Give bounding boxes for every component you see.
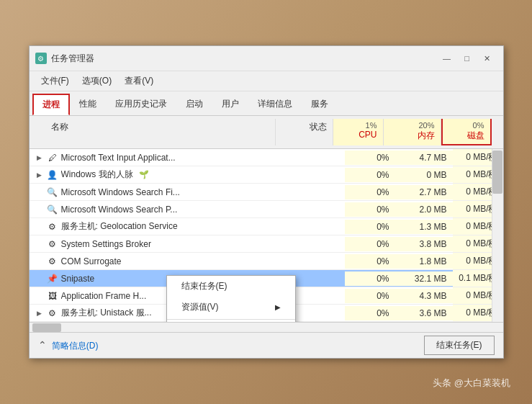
tab-startup[interactable]: 启动: [176, 94, 212, 115]
menu-bar: 文件(F) 选项(O) 查看(V): [30, 71, 503, 91]
menu-file[interactable]: 文件(F): [35, 73, 75, 89]
process-cpu: 0%: [345, 168, 395, 182]
process-name: ▶ 🔍 Microsoft Windows Search P...: [30, 202, 287, 217]
status-left: ⌃ 简略信息(D): [38, 339, 99, 352]
table-row[interactable]: ▶ 🔍 Microsoft Windows Search Fi... 0% 2.…: [30, 184, 503, 201]
process-cpu: 0%: [345, 306, 395, 320]
process-icon: ⚙: [47, 238, 58, 250]
process-cpu: 0%: [345, 202, 395, 217]
process-cpu: 0%: [345, 185, 395, 199]
ctx-create-dump[interactable]: 创建转储文件(C): [167, 321, 295, 322]
process-icon: 🖼: [47, 290, 58, 302]
process-cpu: 0%: [345, 220, 395, 234]
process-name: ▶ ⚙ COM Surrogate: [30, 253, 287, 269]
maximize-button[interactable]: □: [457, 50, 477, 66]
table-row[interactable]: ▶ ⚙ COM Surrogate 0% 1.8 MB 0 MB/秒: [30, 253, 503, 270]
brief-info-link[interactable]: 简略信息(D): [52, 341, 99, 351]
col-disk[interactable]: 0% 磁盘: [441, 119, 492, 145]
expand-icon[interactable]: ▶: [35, 153, 44, 162]
table-row[interactable]: ▶ 🔍 Microsoft Windows Search P... 0% 2.0…: [30, 201, 503, 218]
process-mem: 3.6 MB: [395, 306, 453, 320]
tab-services[interactable]: 服务: [302, 94, 338, 115]
process-icon: 👤: [47, 169, 58, 181]
task-manager-window: ⚙ 任务管理器 — □ ✕ 文件(F) 选项(O) 查看(V) 进程 性能 应用…: [29, 45, 504, 359]
expand-icon[interactable]: ▶: [35, 171, 44, 179]
end-task-button[interactable]: 结束任务(E): [424, 336, 495, 355]
process-cpu: 0%: [345, 254, 395, 269]
process-list: ▶ 🖊 Microsoft Text Input Applicat... 0% …: [30, 149, 503, 322]
tab-processes[interactable]: 进程: [32, 94, 70, 115]
process-icon: 🖊: [47, 152, 58, 163]
col-status[interactable]: 状态: [276, 119, 333, 145]
window-title: 任务管理器: [51, 53, 94, 65]
app-icon: ⚙: [35, 53, 47, 64]
leaf-icon: 🌱: [139, 170, 149, 179]
col-name[interactable]: 名称: [30, 119, 276, 145]
h-scrollbar-thumb[interactable]: [32, 323, 61, 332]
content-area: 名称 状态 1% CPU 20% 内存 0% 磁盘 ▶ 🖊 Micr: [30, 116, 503, 332]
chevron-up-icon: ⌃: [38, 339, 47, 351]
process-mem: 3.8 MB: [395, 237, 453, 251]
process-status: [287, 242, 345, 246]
horizontal-scrollbar[interactable]: [30, 322, 503, 332]
process-mem: 4.3 MB: [395, 289, 453, 303]
col-cpu[interactable]: 1% CPU: [333, 119, 384, 145]
tab-performance[interactable]: 性能: [70, 94, 106, 115]
process-mem: 2.7 MB: [395, 185, 453, 199]
submenu-arrow: ▶: [275, 303, 281, 311]
ctx-end-task[interactable]: 结束任务(E): [167, 276, 295, 297]
tab-details[interactable]: 详细信息: [248, 94, 302, 115]
process-status: [287, 259, 345, 264]
process-cpu: 0%: [345, 289, 395, 303]
scrollbar[interactable]: [492, 149, 503, 322]
process-mem: 0 MB: [395, 168, 453, 182]
table-row[interactable]: ▶ 👤 Windows 我的人脉 🌱 0% 0 MB 0 MB/秒: [30, 166, 503, 184]
process-mem: 1.8 MB: [395, 254, 453, 269]
title-left: ⚙ 任务管理器: [35, 53, 94, 65]
process-icon: ⚙: [47, 221, 58, 233]
process-status: [287, 190, 345, 194]
process-name: ▶ 🖊 Microsoft Text Input Applicat...: [30, 150, 287, 166]
process-name: ▶ 🔍 Microsoft Windows Search Fi...: [30, 184, 287, 200]
process-name: ▶ 👤 Windows 我的人脉 🌱: [30, 166, 287, 183]
process-icon: 🔍: [47, 204, 58, 215]
expand-icon[interactable]: ▶: [35, 309, 44, 318]
menu-options[interactable]: 选项(O): [76, 73, 117, 89]
table-row[interactable]: ▶ ⚙ System Settings Broker 0% 3.8 MB 0 M…: [30, 235, 503, 253]
col-mem[interactable]: 20% 内存: [384, 119, 441, 145]
process-status: [287, 311, 345, 315]
process-status: [287, 225, 345, 229]
ctx-resource-value[interactable]: 资源值(V) ▶: [167, 297, 295, 318]
tab-app-history[interactable]: 应用历史记录: [106, 94, 176, 115]
menu-view[interactable]: 查看(V): [119, 73, 159, 89]
separator: [167, 319, 295, 320]
table-row[interactable]: ▶ ⚙ 服务主机: Geolocation Service 0% 1.3 MB …: [30, 218, 503, 235]
process-name: ▶ ⚙ System Settings Broker: [30, 236, 287, 252]
close-button[interactable]: ✕: [477, 50, 497, 66]
process-status: [287, 207, 345, 212]
process-status: [287, 294, 345, 298]
process-icon: ⚙: [47, 308, 58, 319]
process-icon: 🔍: [47, 187, 58, 198]
context-menu: 结束任务(E) 资源值(V) ▶ 创建转储文件(C) 转到详细信息(G) 打开文…: [166, 275, 296, 322]
process-mem: 1.3 MB: [395, 220, 453, 234]
window-controls: — □ ✕: [437, 50, 497, 66]
process-mem: 32.1 MB: [395, 271, 453, 286]
status-bar: ⌃ 简略信息(D) 结束任务(E): [30, 332, 503, 358]
process-name: ▶ ⚙ 服务主机: Geolocation Service: [30, 218, 287, 235]
process-icon: ⚙: [47, 256, 58, 267]
minimize-button[interactable]: —: [437, 50, 457, 66]
tab-bar: 进程 性能 应用历史记录 启动 用户 详细信息 服务: [30, 91, 503, 116]
tab-users[interactable]: 用户: [212, 94, 248, 115]
process-status: [287, 173, 345, 177]
process-status: [287, 156, 345, 160]
scrollbar-thumb[interactable]: [492, 151, 502, 194]
process-icon: 📌: [47, 273, 58, 284]
process-mem: 2.0 MB: [395, 202, 453, 217]
process-status: [287, 277, 345, 281]
process-cpu: 0%: [345, 271, 395, 286]
process-cpu: 0%: [345, 151, 395, 165]
watermark: 头条 @大白菜装机: [433, 377, 510, 390]
process-cpu: 0%: [345, 237, 395, 251]
table-row[interactable]: ▶ 🖊 Microsoft Text Input Applicat... 0% …: [30, 149, 503, 166]
